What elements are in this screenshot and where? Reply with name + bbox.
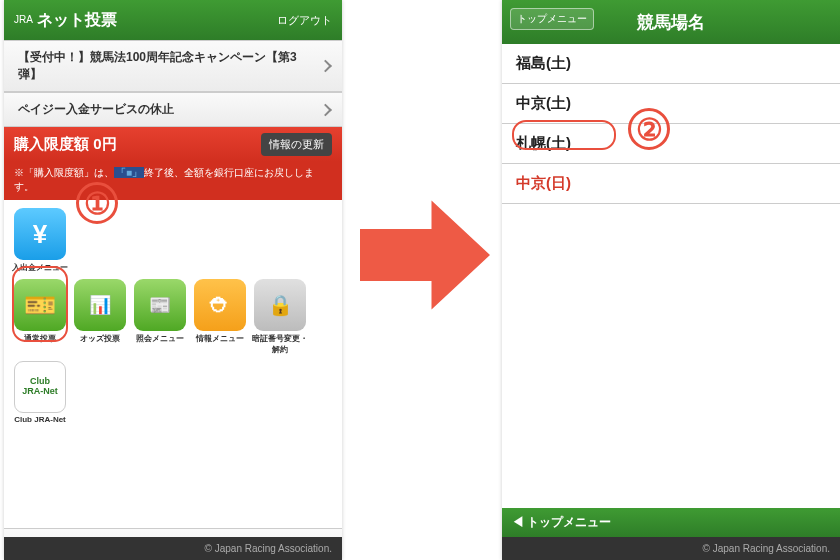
helmet-icon: ⛑ xyxy=(194,279,246,331)
normal-vote-item[interactable]: 🎫 通常投票 xyxy=(12,279,68,355)
normal-vote-label: 通常投票 xyxy=(24,334,56,343)
limit-note: ※「購入限度額」は、「■」終了後、全額を銀行口座にお戻しします。 xyxy=(4,162,342,200)
header-bar-right: トップメニュー 競馬場名 xyxy=(502,0,840,44)
footer-left: © Japan Racing Association. xyxy=(4,537,342,560)
track-row-chukyo-sat[interactable]: 中京(土) xyxy=(502,84,840,124)
footer-right: ◀ トップメニュー © Japan Racing Association. xyxy=(502,508,840,560)
club-jra-label: Club JRA-Net xyxy=(14,415,66,424)
header-bar: JRA ネット投票 ログアウト xyxy=(4,0,342,40)
pin-item[interactable]: 🔒 暗証番号変更・解約 xyxy=(252,279,308,355)
copyright-left: © Japan Racing Association. xyxy=(4,537,342,560)
deposit-label: 入出金メニュー xyxy=(12,263,68,272)
notice-campaign[interactable]: 【受付中！】競馬法100周年記念キャンペーン【第3弾】 xyxy=(4,40,342,92)
odds-vote-item[interactable]: 📊 オッズ投票 xyxy=(72,279,128,355)
notice-payeasy-text: ペイジー入金サービスの休止 xyxy=(18,102,174,116)
pin-label: 暗証番号変更・解約 xyxy=(252,334,308,354)
inquiry-label: 照会メニュー xyxy=(136,334,184,343)
club-jra-item[interactable]: ClubJRA-Net Club JRA-Net xyxy=(12,361,68,424)
deposit-menu-item[interactable]: ¥ 入出金メニュー xyxy=(12,208,68,273)
screen-track-list: トップメニュー 競馬場名 福島(土) 中京(土) 札幌(土) 中京(日) ◀ ト… xyxy=(502,0,840,560)
menu-grid: ¥ 入出金メニュー 🎫 通常投票 📊 オッズ投票 📰 照会メニュー ⛑ 情報メニ… xyxy=(4,200,342,438)
app-title: ネット投票 xyxy=(37,10,277,31)
notice-payeasy[interactable]: ペイジー入金サービスの休止 xyxy=(4,92,342,127)
notice-campaign-text: 【受付中！】競馬法100周年記念キャンペーン【第3弾】 xyxy=(18,50,297,81)
top-menu-chip[interactable]: トップメニュー xyxy=(510,8,594,30)
footer-top-menu[interactable]: ◀ トップメニュー xyxy=(502,508,840,537)
club-jra-icon: ClubJRA-Net xyxy=(14,361,66,413)
track-list: 福島(土) 中京(土) 札幌(土) 中京(日) xyxy=(502,44,840,204)
track-label: 中京(土) xyxy=(516,94,571,111)
info-menu-label: 情報メニュー xyxy=(196,334,244,343)
update-button[interactable]: 情報の更新 xyxy=(261,133,332,156)
newspaper-icon: 📰 xyxy=(134,279,186,331)
logout-link[interactable]: ログアウト xyxy=(277,13,332,28)
copyright-right: © Japan Racing Association. xyxy=(502,537,840,560)
limit-banner: 購入限度額 0円 情報の更新 xyxy=(4,127,342,162)
track-label: 福島(土) xyxy=(516,54,571,71)
screen-home: JRA ネット投票 ログアウト 【受付中！】競馬法100周年記念キャンペーン【第… xyxy=(4,0,342,560)
odds-icon: 📊 xyxy=(74,279,126,331)
track-label: 中京(日) xyxy=(516,174,571,191)
yen-icon: ¥ xyxy=(14,208,66,260)
track-row-sapporo-sat[interactable]: 札幌(土) xyxy=(502,124,840,164)
track-row-fukushima-sat[interactable]: 福島(土) xyxy=(502,44,840,84)
svg-marker-0 xyxy=(360,200,490,309)
limit-title: 購入限度額 0円 xyxy=(14,135,261,154)
transition-arrow xyxy=(360,190,490,320)
limit-note-pre: ※「購入限度額」は、 xyxy=(14,167,114,178)
track-row-chukyo-sun[interactable]: 中京(日) xyxy=(502,164,840,204)
inquiry-item[interactable]: 📰 照会メニュー xyxy=(132,279,188,355)
lock-icon: 🔒 xyxy=(254,279,306,331)
info-menu-item[interactable]: ⛑ 情報メニュー xyxy=(192,279,248,355)
jra-logo: JRA xyxy=(14,15,33,25)
limit-note-link[interactable]: 「■」 xyxy=(114,167,144,178)
ticket-icon: 🎫 xyxy=(14,279,66,331)
track-label: 札幌(土) xyxy=(516,134,571,151)
odds-vote-label: オッズ投票 xyxy=(80,334,120,343)
